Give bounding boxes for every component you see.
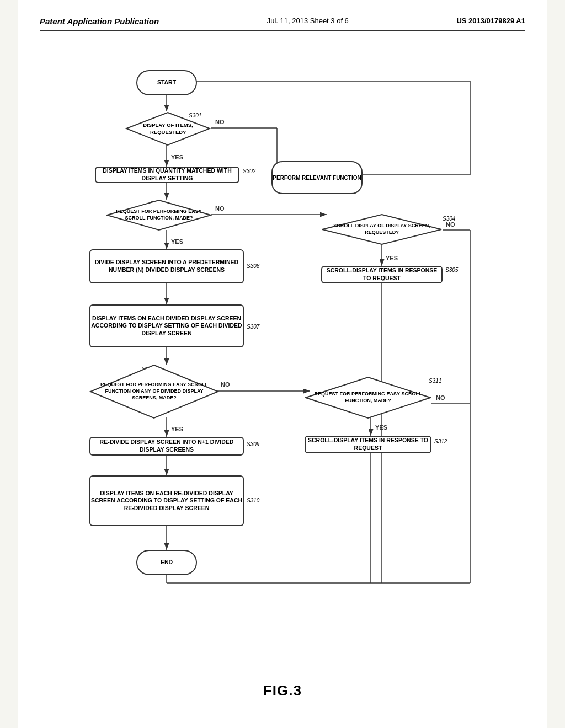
s306-text: DIVIDE DISPLAY SCREEN INTO A PREDETERMIN… bbox=[90, 259, 243, 274]
svg-text:YES: YES bbox=[375, 424, 387, 431]
perform-relevant-label: PERFORM RELEVANT FUNCTION bbox=[273, 174, 361, 181]
arrows-svg: NO YES NO YES YES NO YES NO YES NO bbox=[40, 53, 536, 671]
perform-relevant-box: PERFORM RELEVANT FUNCTION bbox=[271, 161, 363, 194]
svg-text:NO: NO bbox=[215, 205, 225, 212]
svg-text:NO: NO bbox=[215, 119, 225, 125]
s304-label: S304 bbox=[443, 216, 455, 222]
svg-text:YES: YES bbox=[171, 426, 183, 432]
svg-text:YES: YES bbox=[171, 238, 183, 245]
svg-text:NO: NO bbox=[436, 394, 445, 401]
s304-diamond: SCROLL DISPLAY OF DISPLAY SCREEN, REQUES… bbox=[321, 213, 443, 245]
header-right: US 2013/0179829 A1 bbox=[456, 17, 525, 25]
s304-text: SCROLL DISPLAY OF DISPLAY SCREEN, REQUES… bbox=[321, 213, 443, 245]
s308-text: REQUEST FOR PERFORMING EASY SCROLL FUNCT… bbox=[89, 364, 219, 419]
s306-box: DIVIDE DISPLAY SCREEN INTO A PREDETERMIN… bbox=[89, 249, 244, 283]
s305-text: SCROLL-DISPLAY ITEMS IN RESPONSE TO REQU… bbox=[322, 267, 441, 282]
s310-label: S310 bbox=[247, 497, 259, 504]
s312-box: SCROLL-DISPLAY ITEMS IN RESPONSE TO REQU… bbox=[305, 436, 431, 453]
flowchart: NO YES NO YES YES NO YES NO YES NO START bbox=[40, 53, 525, 671]
page-header: Patent Application Publication Jul. 11, … bbox=[40, 17, 525, 31]
s307-box: DISPLAY ITEMS ON EACH DIVIDED DISPLAY SC… bbox=[89, 304, 244, 347]
s305-box: SCROLL-DISPLAY ITEMS IN RESPONSE TO REQU… bbox=[321, 266, 443, 283]
s311-diamond: REQUEST FOR PERFORMING EASY SCROLL FUNCT… bbox=[305, 376, 431, 419]
s302-text: DISPLAY ITEMS IN QUANTITY MATCHED WITH D… bbox=[96, 167, 238, 182]
header-center: Jul. 11, 2013 Sheet 3 of 6 bbox=[267, 17, 349, 25]
header-left: Patent Application Publication bbox=[40, 17, 159, 26]
end-label: END bbox=[161, 559, 173, 566]
s303-text: REQUEST FOR PERFORMING EASY SCROLL FUNCT… bbox=[106, 199, 212, 231]
s301-text: DISPLAY OF ITEMS, REQUESTED? bbox=[125, 111, 211, 146]
s310-box: DISPLAY ITEMS ON EACH RE-DIVIDED DISPLAY… bbox=[89, 475, 244, 526]
start-label: START bbox=[157, 79, 176, 87]
s311-text: REQUEST FOR PERFORMING EASY SCROLL FUNCT… bbox=[305, 376, 431, 419]
s302-label: S302 bbox=[243, 168, 255, 174]
s312-text: SCROLL-DISPLAY ITEMS IN RESPONSE TO REQU… bbox=[306, 437, 430, 452]
start-terminal: START bbox=[136, 70, 197, 95]
s307-text: DISPLAY ITEMS ON EACH DIVIDED DISPLAY SC… bbox=[90, 315, 243, 338]
svg-text:NO: NO bbox=[446, 221, 455, 228]
s302-box: DISPLAY ITEMS IN QUANTITY MATCHED WITH D… bbox=[95, 167, 239, 183]
svg-text:YES: YES bbox=[386, 255, 398, 261]
s305-label: S305 bbox=[445, 267, 458, 273]
page: Patent Application Publication Jul. 11, … bbox=[18, 0, 547, 728]
svg-text:YES: YES bbox=[171, 154, 183, 160]
s309-text: RE-DIVIDE DISPLAY SCREEN INTO N+1 DIVIDE… bbox=[90, 438, 243, 453]
s306-label: S306 bbox=[247, 263, 259, 269]
s308-diamond: REQUEST FOR PERFORMING EASY SCROLL FUNCT… bbox=[89, 364, 219, 419]
svg-text:NO: NO bbox=[221, 381, 230, 388]
figure-label: FIG.3 bbox=[40, 682, 525, 699]
s309-box: RE-DIVIDE DISPLAY SCREEN INTO N+1 DIVIDE… bbox=[89, 437, 244, 456]
s303-diamond: REQUEST FOR PERFORMING EASY SCROLL FUNCT… bbox=[106, 199, 212, 231]
s301-diamond: DISPLAY OF ITEMS, REQUESTED? bbox=[125, 111, 211, 146]
s312-label: S312 bbox=[434, 438, 447, 445]
s309-label: S309 bbox=[247, 441, 259, 447]
end-terminal: END bbox=[136, 550, 197, 575]
s310-text: DISPLAY ITEMS ON EACH RE-DIVIDED DISPLAY… bbox=[90, 490, 243, 512]
s307-label: S307 bbox=[247, 324, 259, 330]
